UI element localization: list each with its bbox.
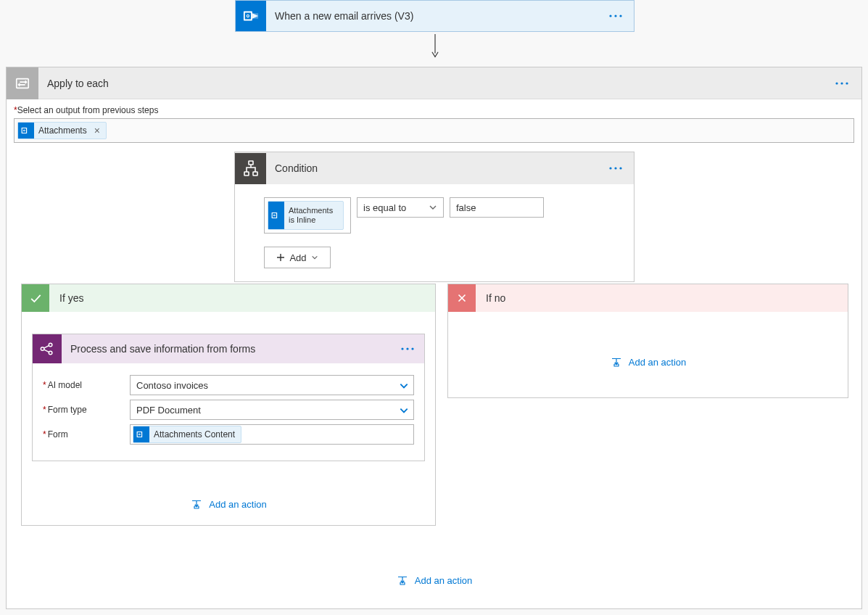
trigger-menu-button[interactable] (605, 5, 627, 27)
add-action-icon (610, 355, 623, 368)
attachments-token[interactable]: Attachments × (17, 122, 107, 139)
condition-menu-button[interactable] (605, 157, 627, 179)
ai-model-label: *AI model (43, 380, 130, 390)
process-forms-menu-button[interactable] (397, 338, 418, 360)
if-no-header[interactable]: If no (448, 284, 848, 312)
chevron-down-icon (311, 254, 318, 261)
chevron-down-icon (429, 203, 437, 212)
condition-icon (235, 153, 266, 184)
process-forms-title: Process and save information from forms (62, 343, 397, 355)
svg-rect-16 (253, 172, 257, 176)
svg-point-23 (274, 215, 275, 215)
outlook-icon (268, 202, 284, 229)
condition-left-operand[interactable]: Attachments is Inline (264, 197, 351, 234)
condition-card: Condition Attachments is Inlin (234, 152, 635, 282)
svg-point-17 (609, 167, 611, 169)
apply-to-each-title: Apply to each (38, 78, 831, 89)
attachments-content-token[interactable]: Attachments Content (133, 426, 241, 443)
if-yes-add-action[interactable]: Add an action (22, 498, 435, 511)
apply-to-each-add-action[interactable]: Add an action (7, 574, 861, 587)
ai-builder-icon (33, 334, 62, 363)
apply-to-each-container: Apply to each *Select an output from pre… (6, 67, 862, 609)
process-forms-header[interactable]: Process and save information from forms (33, 334, 424, 363)
form-field[interactable]: Attachments Content (130, 424, 414, 445)
if-no-add-action[interactable]: Add an action (448, 355, 848, 368)
form-type-label: *Form type (43, 405, 130, 415)
if-no-branch: If no Add an action (447, 284, 848, 398)
svg-point-18 (614, 167, 616, 169)
select-output-field[interactable]: Attachments × (14, 118, 854, 143)
if-yes-title: If yes (49, 292, 83, 304)
condition-operator-select[interactable]: is equal to (357, 197, 444, 218)
close-icon (448, 284, 476, 312)
select-output-label: *Select an output from previous steps (7, 99, 861, 115)
token-label: Attachments (38, 125, 87, 136)
foreach-icon (7, 67, 38, 99)
plus-icon (276, 253, 285, 262)
svg-point-27 (401, 347, 403, 350)
svg-point-7 (835, 82, 838, 84)
flow-arrow-icon (431, 34, 439, 58)
svg-point-8 (840, 82, 843, 84)
ai-model-select[interactable]: Contoso invoices (130, 375, 414, 395)
svg-point-2 (609, 15, 611, 17)
process-forms-card: Process and save information from forms … (32, 334, 425, 461)
token-remove-button[interactable]: × (94, 125, 100, 136)
svg-point-19 (619, 167, 621, 169)
if-yes-branch: If yes Process and save information from… (21, 284, 436, 526)
add-action-icon (396, 574, 409, 587)
add-action-icon (190, 498, 203, 511)
flow-designer-canvas: When a new email arrives (V3) Apply to e… (0, 0, 868, 615)
svg-point-13 (24, 130, 25, 131)
svg-point-3 (614, 15, 616, 17)
outlook-icon (236, 1, 266, 31)
form-label: *Form (43, 429, 130, 439)
chevron-down-icon (399, 381, 408, 389)
chevron-down-icon (399, 405, 408, 414)
checkmark-icon (22, 284, 49, 312)
trigger-card[interactable]: When a new email arrives (V3) (235, 0, 635, 32)
svg-point-9 (846, 82, 848, 84)
outlook-icon (18, 123, 34, 139)
svg-rect-14 (249, 161, 253, 165)
if-yes-header[interactable]: If yes (22, 284, 435, 312)
apply-to-each-menu-button[interactable] (831, 73, 853, 94)
apply-to-each-header[interactable]: Apply to each (7, 67, 861, 99)
svg-rect-15 (244, 172, 249, 176)
condition-right-operand[interactable]: false (450, 197, 544, 218)
svg-point-33 (139, 434, 140, 434)
svg-rect-1 (245, 12, 251, 19)
svg-point-4 (619, 15, 621, 17)
svg-point-28 (406, 347, 408, 350)
outlook-icon (133, 426, 149, 442)
condition-header[interactable]: Condition (235, 152, 634, 184)
condition-row: Attachments is Inline is equal to false (264, 197, 605, 234)
attachments-is-inline-token[interactable]: Attachments is Inline (268, 201, 344, 230)
if-no-title: If no (476, 292, 505, 304)
condition-title: Condition (266, 162, 605, 174)
trigger-title: When a new email arrives (V3) (266, 10, 605, 22)
form-type-select[interactable]: PDF Document (130, 400, 414, 420)
svg-rect-6 (17, 78, 29, 88)
condition-add-button[interactable]: Add (264, 247, 331, 268)
svg-point-29 (411, 347, 413, 350)
